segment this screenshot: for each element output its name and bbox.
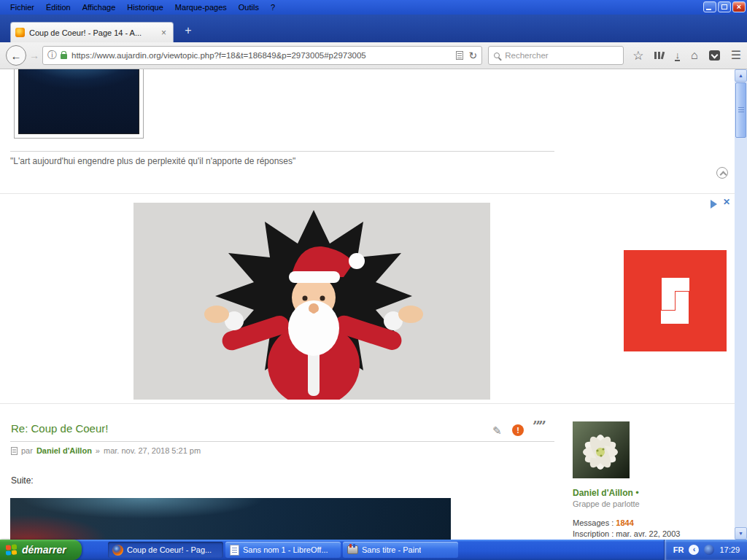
profile-name-link[interactable]: Daniel d'Aillon	[573, 488, 633, 498]
byline-separator: »	[96, 446, 100, 455]
profile-panel: Daniel d'Aillon • Grappe de parlotte Mes…	[573, 421, 732, 538]
ad-close-icon[interactable]: ✕	[723, 197, 730, 207]
window-controls: ×	[703, 1, 746, 12]
profile-name-row: Daniel d'Aillon •	[573, 487, 732, 498]
scrollbar[interactable]: ▲ ▼	[735, 69, 747, 540]
post-title[interactable]: Re: Coup de Coeur!	[11, 422, 108, 435]
pocket-icon[interactable]	[709, 50, 720, 61]
signature-image-thumbnail[interactable]	[14, 69, 144, 139]
restore-button[interactable]	[718, 1, 731, 12]
taskbar-task-libreoffice[interactable]: Sans nom 1 - LibreOff...	[225, 542, 341, 558]
taskbar-task-firefox[interactable]: Coup de Coeur! - Pag...	[108, 542, 223, 558]
messages-label: Messages :	[573, 518, 614, 527]
back-icon: ←	[11, 50, 22, 62]
menu-fichier[interactable]: Fichier	[4, 1, 40, 13]
messages-count-link[interactable]: 1844	[616, 518, 633, 527]
bookmark-star-icon[interactable]: ☆	[632, 50, 643, 62]
forward-button[interactable]: →	[26, 50, 42, 61]
reader-mode-icon[interactable]	[456, 51, 463, 60]
libreoffice-icon	[230, 545, 239, 556]
tab-bar: Coup de Coeur! - Page 14 - A... × +	[0, 15, 747, 42]
url-bar[interactable]: ⓘ ↻	[42, 46, 482, 65]
scrollbar-thumb[interactable]	[735, 82, 746, 138]
restore-icon	[721, 4, 727, 9]
browser-menubar: Fichier Édition Affichage Historique Mar…	[0, 0, 747, 15]
taskbar-clock: 17:29	[719, 545, 740, 554]
start-label: démarrer	[22, 544, 66, 556]
page-content: "L'art aujourd'hui engendre plus de perp…	[0, 69, 735, 540]
joined-date: mar. avr. 22, 2003	[616, 529, 680, 538]
toolbar-buttons: ☆ ↓ ⌂ ☰	[632, 50, 741, 62]
hamburger-menu-icon[interactable]: ☰	[731, 50, 741, 61]
reload-button[interactable]: ↻	[469, 50, 478, 61]
system-tray: FR ‹ 17:29	[664, 540, 747, 560]
adchoices-icon[interactable]	[711, 200, 717, 209]
joined-label: Inscription :	[573, 529, 614, 538]
edit-post-icon[interactable]: ✎	[492, 424, 502, 438]
scrollbar-down-arrow[interactable]: ▼	[735, 527, 747, 540]
tab-favicon	[15, 28, 25, 37]
language-indicator[interactable]: FR	[673, 545, 684, 554]
divider	[10, 441, 554, 442]
downloads-icon[interactable]: ↓	[675, 50, 680, 61]
profile-joined: Inscription : mar. avr. 22, 2003	[573, 529, 732, 538]
post-byline: par Daniel d'Aillon » mar. nov. 27, 2018…	[11, 446, 201, 455]
ad-logo-shutterstock[interactable]	[624, 250, 727, 351]
new-tab-button[interactable]: +	[179, 23, 197, 39]
menu-marque-pages[interactable]: Marque-pages	[169, 1, 233, 13]
tab-coup-de-coeur[interactable]: Coup de Coeur! - Page 14 - A... ×	[10, 22, 174, 42]
forward-icon: →	[29, 50, 39, 61]
bookmarks-menu-icon[interactable]	[654, 51, 664, 60]
tab-title: Coup de Coeur! - Page 14 - A...	[29, 28, 159, 37]
tray-icon[interactable]	[704, 545, 714, 555]
scroll-top-icon[interactable]	[716, 167, 728, 179]
task-label: Sans nom 1 - LibreOff...	[243, 545, 328, 554]
byline-par: par	[21, 446, 33, 455]
search-icon	[494, 52, 500, 58]
menu-edition[interactable]: Édition	[40, 1, 77, 13]
task-buttons: Coup de Coeur! - Pag... Sans nom 1 - Lib…	[108, 542, 664, 558]
search-bar[interactable]	[488, 46, 624, 65]
start-button[interactable]: démarrer	[0, 540, 82, 560]
back-button[interactable]: ←	[6, 45, 26, 66]
task-label: Coup de Coeur! - Pag...	[127, 545, 212, 554]
profile-rank: Grappe de parlotte	[573, 499, 732, 508]
profile-messages: Messages : 1844	[573, 518, 732, 527]
ad-image-santa[interactable]	[133, 203, 490, 400]
menu-aide[interactable]: ?	[265, 1, 281, 13]
minimize-icon	[706, 9, 711, 10]
firefox-icon	[112, 545, 123, 556]
tray-collapse-icon[interactable]: ‹	[689, 545, 699, 555]
quote-post-icon[interactable]: ””	[533, 418, 544, 434]
search-input[interactable]	[505, 51, 618, 60]
menu-historique[interactable]: Historique	[121, 1, 169, 13]
taskbar-task-paint[interactable]: Sans titre - Paint	[343, 542, 458, 558]
online-status-dot: •	[635, 487, 639, 498]
post-image[interactable]	[10, 498, 451, 540]
menu-affichage[interactable]: Affichage	[77, 1, 122, 13]
close-button[interactable]: ×	[732, 1, 746, 12]
home-icon[interactable]: ⌂	[691, 50, 698, 61]
url-input[interactable]	[71, 51, 450, 60]
ad-banner: ✕	[0, 193, 735, 404]
menu-outils[interactable]: Outils	[233, 1, 265, 13]
taskbar: démarrer Coup de Coeur! - Pag... Sans no…	[0, 540, 747, 560]
post-page-icon[interactable]	[11, 447, 18, 455]
author-link[interactable]: Daniel d'Aillon	[36, 446, 92, 455]
close-icon: ×	[733, 2, 745, 12]
task-label: Sans titre - Paint	[362, 545, 421, 554]
desktop: Fichier Édition Affichage Historique Mar…	[0, 0, 747, 560]
scrollbar-up-arrow[interactable]: ▲	[735, 69, 747, 82]
tab-close-icon[interactable]: ×	[159, 28, 169, 38]
site-info-icon[interactable]: ⓘ	[47, 49, 57, 62]
minimize-button[interactable]	[703, 1, 716, 12]
avatar[interactable]	[573, 421, 630, 478]
lock-icon[interactable]	[61, 54, 67, 59]
signature-quote: "L'art aujourd'hui engendre plus de perp…	[10, 156, 295, 166]
post-body-text: Suite:	[11, 475, 34, 486]
divider	[10, 151, 554, 152]
report-post-icon[interactable]: !	[512, 424, 524, 436]
paint-icon	[347, 545, 358, 554]
post-date: mar. nov. 27, 2018 5:21 pm	[104, 446, 201, 455]
windows-logo-icon	[6, 544, 18, 556]
